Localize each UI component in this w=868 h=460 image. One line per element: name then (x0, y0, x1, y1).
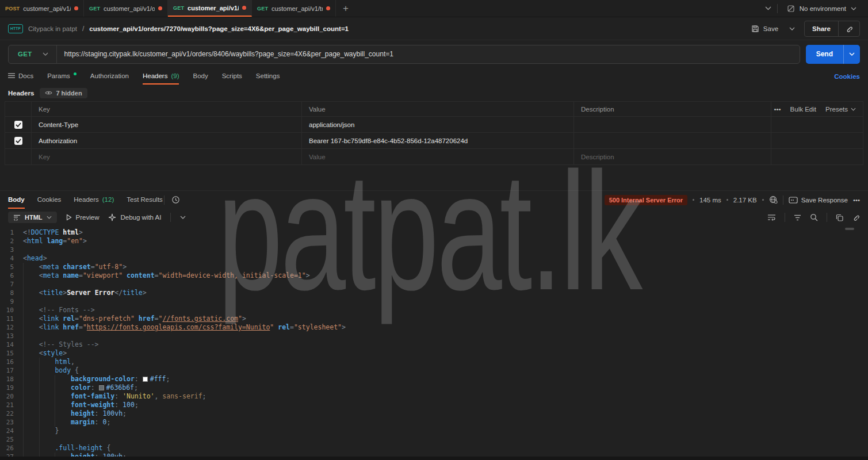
cell-value[interactable]: Value (302, 149, 574, 164)
cell-key[interactable]: Authorization (32, 133, 302, 148)
save-response-label: Save Response (801, 197, 848, 204)
line-number: 21 (0, 401, 23, 409)
checkbox-checked[interactable] (14, 121, 22, 129)
filter-icon[interactable] (794, 214, 801, 221)
link-icon[interactable] (852, 213, 860, 221)
line-content: <meta charset="utf-8"> (23, 263, 127, 271)
link-icon (845, 25, 853, 33)
line-number: 5 (0, 263, 23, 271)
hidden-headers-toggle[interactable]: 7 hidden (40, 88, 87, 98)
method-selector[interactable]: GET (9, 45, 57, 63)
line-number: 12 (0, 323, 23, 332)
cell-key[interactable]: Content-Type (32, 117, 302, 132)
presets-dropdown[interactable]: Presets (825, 106, 856, 113)
headers-table-header: Key Value Description ••• Bulk Edit Pres… (5, 102, 863, 117)
bulk-edit-button[interactable]: Bulk Edit (790, 106, 816, 113)
save-options-chevron-icon[interactable] (785, 25, 798, 33)
line-number: 18 (0, 375, 23, 384)
copy-icon[interactable] (836, 214, 843, 221)
tab-body[interactable]: Body (193, 68, 208, 85)
tab-method-label: POST (5, 6, 20, 12)
request-tab[interactable]: POSTcustomer_api/v1/orde: (0, 0, 84, 17)
line-number: 15 (0, 349, 23, 358)
play-icon (66, 214, 72, 221)
request-tab[interactable]: GETcustomer_api/v1/orders (168, 0, 252, 17)
table-row: AuthorizationBearer 167-bc759df8-e84c-4b… (5, 133, 863, 149)
line-number: 24 (0, 427, 23, 435)
preview-button[interactable]: Preview (66, 214, 100, 221)
line-number: 20 (0, 392, 23, 401)
scrollbar-thumb[interactable] (845, 228, 854, 230)
more-actions-icon[interactable]: ••• (774, 106, 781, 113)
tab-headers[interactable]: Headers(9) (143, 68, 179, 85)
cell-key[interactable]: Key (32, 149, 302, 164)
line-content: background-color: #fff; (23, 375, 170, 384)
response-size[interactable]: 2.17 KB (733, 197, 757, 204)
tab-title: customer_api/v1/orders (104, 5, 155, 12)
history-icon[interactable] (171, 195, 180, 204)
save-response-button[interactable]: Save Response (789, 197, 848, 204)
line-number: 7 (0, 280, 23, 289)
line-content: font-family: 'Nunito', sans-serif; (23, 392, 207, 401)
share-button[interactable]: Share (805, 21, 838, 36)
tab-overflow-chevron-icon[interactable] (765, 6, 771, 10)
tab-authorization[interactable]: Authorization (90, 68, 129, 85)
network-globe-icon[interactable] (769, 195, 778, 204)
tab-title: customer_api/v1/orders (188, 5, 239, 12)
status-badge[interactable]: 500 Internal Server Error (605, 195, 687, 205)
send-options-chevron-icon[interactable] (843, 45, 860, 64)
response-tab-cookies[interactable]: Cookies (37, 191, 62, 209)
select-all-cell (5, 102, 32, 116)
request-tab-list: POSTcustomer_api/v1/orde:GETcustomer_api… (0, 0, 336, 17)
request-subtabs: DocsParamsAuthorizationHeaders(9)BodyScr… (8, 68, 280, 85)
cookies-link[interactable]: Cookies (834, 68, 860, 85)
tab-method-label: GET (89, 6, 100, 12)
wrap-text-icon[interactable] (767, 214, 776, 221)
debug-with-ai-button[interactable]: Debug with AI (108, 213, 161, 221)
breadcrumb-request-name[interactable]: customer_api/v1/orders/7270/waybills?pag… (89, 25, 349, 32)
copy-link-button[interactable] (838, 21, 859, 36)
response-more-icon[interactable]: ••• (853, 197, 860, 204)
cell-value[interactable]: Bearer 167-bc759df8-e84c-4b52-856d-12a48… (302, 133, 574, 148)
line-content: <link href="https://fonts.googleapis.com… (23, 323, 346, 332)
breadcrumb-workspace[interactable]: Citypack in patpt (28, 25, 77, 32)
request-tab[interactable]: GETcustomer_api/v1/orders (84, 0, 168, 17)
save-button[interactable]: Save (750, 22, 779, 35)
tab-title: customer_api/v1/orde: (23, 5, 71, 12)
checkbox-checked[interactable] (14, 137, 22, 145)
method-label: GET (18, 51, 32, 57)
response-tab-body[interactable]: Body (8, 191, 25, 209)
cell-description[interactable] (574, 133, 771, 148)
line-content: .full-height { (23, 444, 110, 453)
code-line: 1<!DOCTYPE html> (0, 228, 868, 237)
environment-selector[interactable]: No environment (783, 5, 860, 13)
tab-scripts[interactable]: Scripts (222, 68, 242, 85)
response-time[interactable]: 145 ms (699, 197, 721, 204)
http-request-icon: HTTP (8, 24, 23, 33)
tab-docs[interactable]: Docs (8, 68, 33, 85)
response-tab-test-results[interactable]: Test Results (127, 191, 163, 209)
cell-value[interactable]: application/json (302, 117, 574, 132)
code-line: 26.full-height { (0, 444, 868, 453)
tab-strip: POSTcustomer_api/v1/orde:GETcustomer_api… (0, 0, 868, 17)
tab-params[interactable]: Params (47, 68, 77, 85)
search-icon[interactable] (810, 213, 818, 221)
response-tab-headers[interactable]: Headers(12) (74, 191, 114, 209)
code-line: 17body { (0, 366, 868, 375)
line-number: 17 (0, 366, 23, 375)
format-selector[interactable]: HTML (8, 212, 57, 223)
new-tab-button[interactable]: + (336, 0, 355, 17)
no-environment-icon (787, 5, 795, 13)
eye-icon (45, 90, 52, 95)
send-button[interactable]: Send (806, 45, 843, 64)
request-tab[interactable]: GETcustomer_api/v1/track? (252, 0, 336, 17)
cell-description[interactable] (574, 117, 771, 132)
headers-heading-row: Headers 7 hidden (0, 85, 868, 101)
tab-settings[interactable]: Settings (256, 68, 280, 85)
cell-description[interactable]: Description (574, 149, 771, 164)
url-input[interactable]: https://staging.citypak.lk/customer_api/… (57, 45, 800, 63)
preview-options-chevron-icon[interactable] (180, 216, 186, 219)
line-content: <!DOCTYPE html> (23, 228, 83, 237)
response-body-code[interactable]: 1<!DOCTYPE html>2<html lang="en">34<head… (0, 226, 868, 460)
divider (827, 213, 827, 222)
